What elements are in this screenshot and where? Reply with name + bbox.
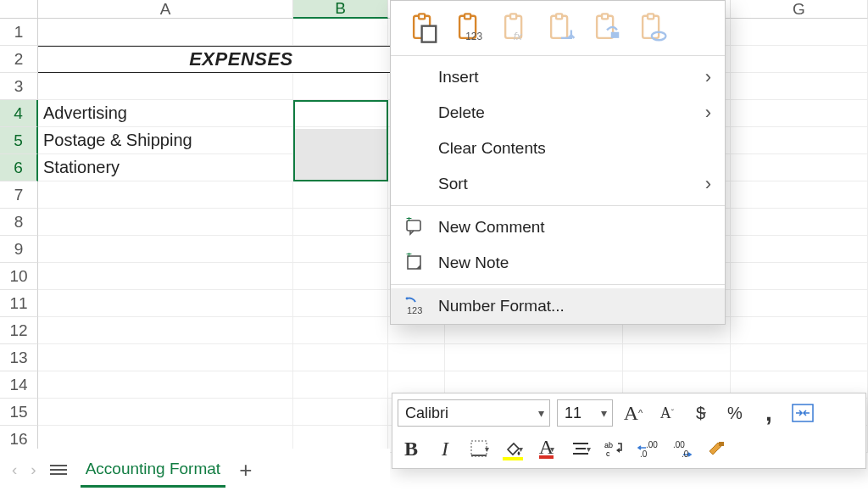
- all-sheets-button[interactable]: [50, 465, 67, 475]
- cell[interactable]: [731, 154, 868, 181]
- cell[interactable]: [293, 154, 388, 181]
- merged-title-cell[interactable]: EXPENSES: [38, 46, 445, 73]
- decrease-decimal-button[interactable]: .00.0: [669, 435, 696, 462]
- row-header[interactable]: 4: [0, 100, 38, 127]
- cell[interactable]: [731, 127, 868, 154]
- cell[interactable]: [623, 344, 731, 371]
- row-header[interactable]: 1: [0, 19, 38, 46]
- row-header[interactable]: 15: [0, 399, 38, 426]
- comma-format-button[interactable]: ,: [755, 399, 782, 427]
- row-header[interactable]: 10: [0, 263, 38, 290]
- row-header[interactable]: 6: [0, 154, 38, 181]
- sheet-tab-active[interactable]: Accounting Format: [81, 453, 225, 488]
- cell[interactable]: [731, 344, 868, 371]
- paste-link-icon[interactable]: [632, 9, 674, 47]
- cell[interactable]: [731, 181, 868, 209]
- row-header[interactable]: 8: [0, 209, 38, 236]
- cell[interactable]: [38, 19, 293, 46]
- cell[interactable]: [731, 236, 868, 263]
- cell[interactable]: [731, 100, 868, 127]
- menu-new-comment[interactable]: + New Comment: [391, 209, 725, 245]
- cell[interactable]: [293, 209, 388, 236]
- paste-icon[interactable]: [403, 9, 445, 47]
- col-header-G[interactable]: G: [731, 0, 868, 19]
- cell[interactable]: [293, 399, 388, 426]
- row-header[interactable]: 3: [0, 73, 38, 100]
- row-header[interactable]: 7: [0, 181, 38, 209]
- font-name-select[interactable]: Calibri▾: [398, 399, 550, 427]
- cell[interactable]: [731, 73, 868, 100]
- menu-clear-contents[interactable]: Clear Contents: [391, 131, 725, 166]
- font-size-select[interactable]: 11▾: [557, 399, 613, 427]
- cell[interactable]: [293, 371, 388, 399]
- cell[interactable]: [293, 127, 388, 154]
- paste-values-icon[interactable]: 123: [448, 9, 491, 47]
- cell[interactable]: [293, 317, 388, 344]
- wrap-text-button[interactable]: abc: [601, 435, 628, 462]
- row-header[interactable]: 5: [0, 127, 38, 154]
- grow-font-button[interactable]: A^: [620, 399, 647, 427]
- cell[interactable]: [38, 236, 293, 263]
- accounting-format-button[interactable]: $▾: [687, 399, 715, 427]
- cell[interactable]: [293, 181, 388, 209]
- font-color-button[interactable]: A▾: [533, 435, 560, 462]
- paste-transpose-icon[interactable]: [540, 9, 582, 47]
- cell[interactable]: [731, 317, 868, 344]
- col-header-A[interactable]: A: [38, 0, 293, 19]
- bold-button[interactable]: B: [398, 435, 425, 462]
- row-header[interactable]: 11: [0, 290, 38, 317]
- fill-color-button[interactable]: ▾: [499, 435, 526, 462]
- cell[interactable]: [293, 263, 388, 290]
- row-header[interactable]: 13: [0, 344, 38, 371]
- cell[interactable]: [38, 344, 293, 371]
- cell[interactable]: [731, 209, 868, 236]
- cell[interactable]: [293, 19, 388, 46]
- cell[interactable]: [293, 73, 388, 100]
- format-painter-button[interactable]: [703, 435, 730, 462]
- row-header[interactable]: 2: [0, 46, 38, 73]
- cell[interactable]: [38, 290, 293, 317]
- cell[interactable]: [38, 263, 293, 290]
- merge-center-button[interactable]: [789, 399, 816, 427]
- increase-decimal-button[interactable]: .00.0: [635, 435, 662, 462]
- add-sheet-button[interactable]: +: [239, 457, 252, 483]
- cell[interactable]: [731, 290, 868, 317]
- italic-button[interactable]: I: [431, 435, 459, 462]
- cell[interactable]: [293, 290, 388, 317]
- menu-insert[interactable]: Insert›: [391, 59, 725, 95]
- align-center-button[interactable]: ▾: [567, 435, 594, 462]
- cell[interactable]: [38, 317, 293, 344]
- cell[interactable]: [38, 209, 293, 236]
- cell[interactable]: [38, 399, 293, 426]
- cell-A4[interactable]: Advertising: [38, 100, 293, 127]
- menu-sort[interactable]: Sort›: [391, 166, 725, 202]
- paste-formatting-icon[interactable]: [586, 9, 628, 47]
- row-header[interactable]: 14: [0, 371, 38, 399]
- menu-number-format[interactable]: 123 Number Format...: [391, 288, 725, 324]
- cell-A5[interactable]: Postage & Shipping: [38, 127, 293, 154]
- cell[interactable]: [293, 236, 388, 263]
- cell[interactable]: [731, 263, 868, 290]
- borders-button[interactable]: ▾: [465, 435, 492, 462]
- cell[interactable]: [731, 19, 868, 46]
- col-header-B[interactable]: B: [293, 0, 388, 19]
- cell[interactable]: [731, 46, 868, 73]
- cell[interactable]: [38, 371, 293, 399]
- cell[interactable]: [293, 344, 388, 371]
- row-header[interactable]: 9: [0, 236, 38, 263]
- cell[interactable]: [38, 73, 293, 100]
- select-all-corner[interactable]: [0, 0, 38, 19]
- paste-formulas-icon[interactable]: fx: [494, 9, 537, 47]
- menu-delete[interactable]: Delete›: [391, 95, 725, 131]
- percent-format-button[interactable]: %: [721, 399, 748, 427]
- row-header[interactable]: 12: [0, 317, 38, 344]
- cell[interactable]: [445, 344, 623, 371]
- cell[interactable]: [388, 344, 445, 371]
- menu-new-note[interactable]: + New Note: [391, 245, 725, 281]
- shrink-font-button[interactable]: Aˇ: [654, 399, 681, 427]
- prev-sheet-button[interactable]: ‹: [12, 460, 17, 479]
- next-sheet-button[interactable]: ›: [31, 460, 36, 479]
- cell[interactable]: [38, 181, 293, 209]
- cell-A6[interactable]: Stationery: [38, 154, 293, 181]
- cell[interactable]: [293, 100, 388, 127]
